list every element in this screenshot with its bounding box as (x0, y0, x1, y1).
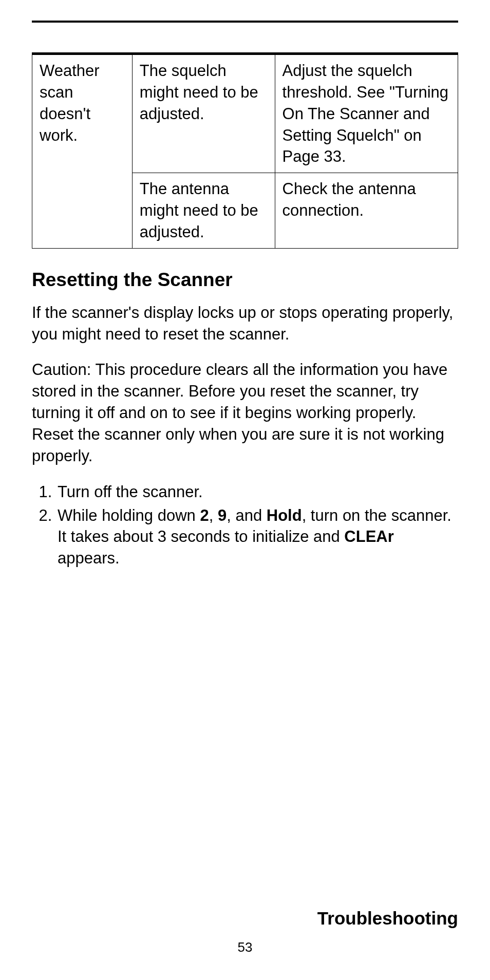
body-paragraph: If the scanner's display locks up or sto… (32, 302, 458, 345)
key-label: CLEAr (344, 527, 393, 545)
step-text: appears. (58, 549, 120, 567)
section-heading: Resetting the Scanner (32, 269, 458, 291)
key-label: 9 (218, 506, 227, 524)
troubleshooting-table: Weather scan doesn't work. The squelch m… (32, 54, 458, 249)
key-label: 2 (200, 506, 209, 524)
problem-cell: Weather scan doesn't work. (32, 55, 133, 249)
footer-section-title: Troubleshooting (317, 908, 458, 929)
table-row: Weather scan doesn't work. The squelch m… (32, 55, 458, 173)
step-text: While holding down (58, 506, 200, 524)
step-text: , and (227, 506, 267, 524)
step-text: , (209, 506, 218, 524)
top-rule (32, 21, 458, 23)
solution-cell: Adjust the squelch threshold. See "Turni… (275, 55, 458, 173)
key-label: Hold (267, 506, 302, 524)
cause-cell: The squelch might need to be adjusted. (132, 55, 275, 173)
cause-cell: The antenna might need to be adjusted. (132, 173, 275, 249)
page-number: 53 (0, 939, 490, 955)
solution-cell: Check the antenna connection. (275, 173, 458, 249)
list-item: Turn off the scanner. (56, 481, 458, 503)
steps-list: Turn off the scanner. While holding down… (32, 481, 458, 569)
body-paragraph: Caution: This procedure clears all the i… (32, 359, 458, 466)
list-item: While holding down 2, 9, and Hold, turn … (56, 505, 458, 570)
